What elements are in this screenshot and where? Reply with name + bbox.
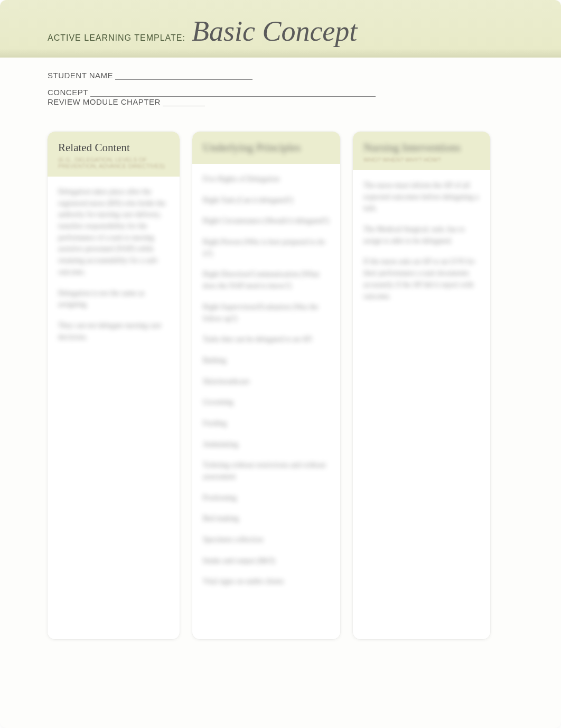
related-p1: Delegation is not the same as assigning. xyxy=(58,288,169,310)
template-label: ACTIVE LEARNING TEMPLATE: xyxy=(48,33,185,43)
concept-label: CONCEPT xyxy=(48,88,88,97)
page-container: ACTIVE LEARNING TEMPLATE: Basic Concept … xyxy=(0,0,561,728)
interventions-p1: The Medical-Surgical, task, has to assig… xyxy=(363,224,480,246)
principles-p0: Five Rights of Delegation xyxy=(203,173,330,185)
interventions-p2: If the nurse asks an AP or an LVN for th… xyxy=(363,256,480,302)
interventions-subtitle: WHO? WHEN? WHY? HOW? xyxy=(363,156,480,163)
student-name-line xyxy=(115,70,253,80)
related-body: Delegation takes place after the registe… xyxy=(48,177,180,362)
related-p0: Delegation takes place after the registe… xyxy=(58,186,169,278)
concept-line xyxy=(90,87,376,97)
header-band: ACTIVE LEARNING TEMPLATE: Basic Concept xyxy=(0,0,561,58)
interventions-body: The nurse must inform the AP of all expe… xyxy=(353,170,490,321)
principles-p10: Feeding xyxy=(203,418,330,429)
concept-field: CONCEPT xyxy=(48,87,376,97)
principles-p16: Intake and output (I&O) xyxy=(203,555,330,567)
principles-p12: Toileting without restrictions and witho… xyxy=(203,459,330,482)
principles-p4: Right Direction/Communication (What does… xyxy=(203,269,330,291)
card-related-content: Related Content (E.G., DELEGATION, LEVEL… xyxy=(48,132,180,639)
card-header-related: Related Content (E.G., DELEGATION, LEVEL… xyxy=(48,132,180,177)
review-chapter-line xyxy=(163,97,205,106)
meta-row: STUDENT NAME CONCEPT REVIEW MODULE CHAPT… xyxy=(0,58,561,110)
principles-p2: Right Circumstance (Should it delegated?… xyxy=(203,215,330,227)
principles-p5: Right Supervision/Evaluation (Was the fo… xyxy=(203,301,330,324)
template-title: Basic Concept xyxy=(192,15,357,48)
student-name-field: STUDENT NAME xyxy=(48,70,376,80)
review-chapter-label: REVIEW MODULE CHAPTER xyxy=(48,97,161,106)
principles-p6: Tasks that can be delegated to an AP: xyxy=(203,334,330,345)
principles-p17: Vital signs on stable clients xyxy=(203,576,330,587)
principles-p11: Ambulating xyxy=(203,439,330,450)
card-header-principles: Underlying Principles xyxy=(192,132,340,164)
principles-p9: Grooming xyxy=(203,397,330,408)
related-subtitle: (E.G., DELEGATION, LEVELS OF PREVENTION,… xyxy=(58,156,169,169)
card-interventions: Nursing Interventions WHO? WHEN? WHY? HO… xyxy=(353,132,490,639)
related-title: Related Content xyxy=(58,141,169,154)
student-name-label: STUDENT NAME xyxy=(48,71,113,80)
meta-left: STUDENT NAME CONCEPT xyxy=(48,70,376,97)
principles-p8: Skin/mouthcare xyxy=(203,376,330,388)
related-p2: They can not delegate nursing care decis… xyxy=(58,320,169,343)
principles-p7: Bathing xyxy=(203,355,330,366)
principles-p13: Positioning xyxy=(203,492,330,504)
principles-p1: Right Task (Can it delegated?) xyxy=(203,195,330,206)
principles-title: Underlying Principles xyxy=(203,141,330,154)
card-principles: Underlying Principles Five Rights of Del… xyxy=(192,132,340,639)
principles-p15: Specimen collection xyxy=(203,534,330,546)
card-header-interventions: Nursing Interventions WHO? WHEN? WHY? HO… xyxy=(353,132,490,170)
interventions-p0: The nurse must inform the AP of all expe… xyxy=(363,180,480,214)
principles-p3: Right Person (Who is best prepared to do… xyxy=(203,236,330,259)
principles-p14: Bed making xyxy=(203,513,330,524)
columns: Related Content (E.G., DELEGATION, LEVEL… xyxy=(0,110,561,660)
interventions-title: Nursing Interventions xyxy=(363,141,480,154)
principles-body: Five Rights of Delegation Right Task (Ca… xyxy=(192,164,340,606)
review-chapter-field: REVIEW MODULE CHAPTER xyxy=(48,97,205,106)
